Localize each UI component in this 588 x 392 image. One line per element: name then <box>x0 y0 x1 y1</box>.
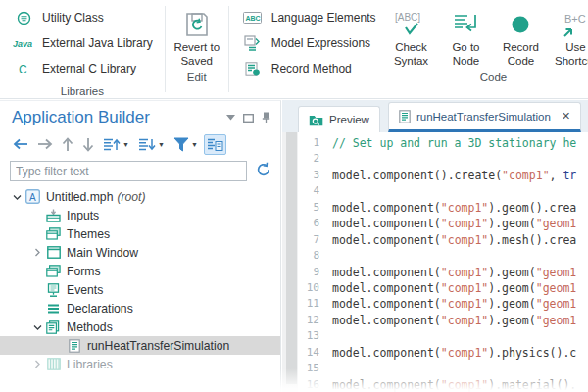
editor-scrollbar-thumb[interactable] <box>286 132 297 384</box>
model-expressions-button[interactable]: Model Expressions <box>233 30 384 56</box>
external-java-library-button[interactable]: JavaExternal Java Library <box>4 30 161 56</box>
arrow-left-icon <box>13 138 28 150</box>
tree-item-inputs[interactable]: Inputs <box>0 206 280 224</box>
declarations-icon <box>47 304 60 314</box>
svg-text:[ABC]: [ABC] <box>395 12 420 23</box>
language-elements-button[interactable]: ABCLanguage Elements <box>233 5 384 30</box>
code-token: model.component( <box>332 265 441 280</box>
editor-scrollbar[interactable] <box>282 132 298 392</box>
go-to-node-icon <box>452 12 479 37</box>
tab-preview[interactable]: Preview <box>298 106 380 132</box>
dropdown-caret-icon[interactable]: ▼ <box>122 141 129 148</box>
tab-runheattransfersimulation[interactable]: runHeatTransferSimulation✕ <box>388 102 581 132</box>
record-method-button[interactable]: Record Method <box>233 56 384 81</box>
edit-group-label: Edit <box>187 72 207 83</box>
tree-item-untitled-mph[interactable]: AUntitled.mph(root) <box>0 187 280 206</box>
float-window-icon[interactable] <box>243 114 254 122</box>
code-editor[interactable]: 1// Set up and run a 3D stationary he23m… <box>282 132 588 392</box>
collapse-up-button[interactable]: ▼ <box>100 134 132 155</box>
code-token: tr <box>563 168 576 183</box>
refresh-icon[interactable] <box>256 162 271 177</box>
ribbon-group-libraries: Utility ClassJavaExternal Java LibraryCE… <box>0 0 165 98</box>
panel-title: Application Builder <box>12 108 226 127</box>
arrow-down-button[interactable] <box>79 134 97 155</box>
close-icon[interactable]: ✕ <box>562 110 570 122</box>
code-token: ).geom( <box>488 216 535 231</box>
expand-down-icon <box>138 137 156 152</box>
arrow-right-button[interactable] <box>34 135 56 153</box>
code-token: model.component( <box>332 216 441 231</box>
code-line: 9model.component("comp1").geom("geom1 <box>298 265 588 280</box>
code-line: 8 <box>298 248 588 264</box>
revert-to-saved-button[interactable]: Revert to Saved <box>170 5 224 68</box>
utility-class-icon <box>17 11 31 25</box>
libraries-group-label: Libraries <box>61 85 104 97</box>
tree-item-label: Themes <box>67 227 110 241</box>
code-line: 6model.component("comp1").geom("geom1 <box>298 216 588 231</box>
code-line: 14model.component("comp1").physics().c <box>298 345 588 361</box>
tab-label: Preview <box>329 114 369 125</box>
model-expressions-icon <box>244 35 261 51</box>
button-label: Record Method <box>271 62 352 75</box>
chevron-collapsed-icon[interactable] <box>30 248 44 257</box>
show-all-icon <box>207 137 223 152</box>
button-label: External C Library <box>42 62 136 75</box>
ribbon-group-edit: Revert to Saved Edit <box>166 0 228 98</box>
button-label: Model Expressions <box>271 36 370 50</box>
tree-item-runheattransfersimulation[interactable]: runHeatTransferSimulation <box>0 336 280 355</box>
svg-text:B+C: B+C <box>564 13 586 24</box>
arrow-up-button[interactable] <box>59 134 76 155</box>
tree-item-forms[interactable]: Forms <box>0 262 280 280</box>
line-number: 5 <box>298 200 319 216</box>
use-shortcut-button[interactable]: B+CUse Shortcut <box>548 5 588 68</box>
code-token: model.component( <box>332 313 441 328</box>
inputs-icon <box>46 209 61 222</box>
filter-input[interactable] <box>10 161 247 181</box>
code-token: ).physics().c <box>488 345 576 361</box>
main-window-icon <box>47 246 61 259</box>
go-to-node-button[interactable]: Go to Node <box>438 5 493 68</box>
c-lang-icon: C <box>17 62 30 75</box>
code-token: model.component( <box>332 232 441 248</box>
chevron-expanded-icon[interactable] <box>10 193 24 201</box>
use-shortcut-icon: B+C <box>560 12 588 38</box>
method-doc-icon <box>399 110 411 123</box>
tree-item-libraries[interactable]: Libraries <box>0 355 280 373</box>
chevron-collapsed-icon[interactable] <box>30 360 44 368</box>
methods-icon <box>46 320 61 334</box>
check-syntax-button[interactable]: [ABC]Check Syntax <box>383 5 438 68</box>
code-token: "comp1" <box>441 313 488 328</box>
tree-item-themes[interactable]: Themes <box>0 224 280 243</box>
line-number: 6 <box>298 216 319 231</box>
chevron-expanded-icon[interactable] <box>30 323 44 331</box>
tree-item-label: Events <box>67 283 103 297</box>
code-line: 10model.component("comp1").geom("geom1 <box>298 280 588 296</box>
pin-icon[interactable] <box>262 112 270 124</box>
chevron-down-icon[interactable] <box>226 115 235 121</box>
tree-item-label: Declarations <box>67 302 133 316</box>
dropdown-caret-icon[interactable]: ▼ <box>191 141 198 148</box>
code-token: model.component( <box>332 280 441 296</box>
tree-item-declarations[interactable]: Declarations <box>0 299 280 318</box>
tree-item-methods[interactable]: Methods <box>0 318 280 336</box>
tree-item-main-window[interactable]: Main Window <box>0 243 280 262</box>
arrow-left-button[interactable] <box>10 135 31 153</box>
show-all-button[interactable] <box>204 134 226 155</box>
record-code-button[interactable]: Record Code <box>493 5 548 68</box>
code-group-label: Code <box>480 72 508 83</box>
model-tree: AUntitled.mph(root)InputsThemesMain Wind… <box>0 187 280 373</box>
line-number: 10 <box>298 280 319 296</box>
dropdown-caret-icon[interactable]: ▼ <box>158 141 165 148</box>
ribbon: Utility ClassJavaExternal Java LibraryCE… <box>0 0 588 99</box>
line-number: 13 <box>298 328 319 344</box>
code-editor-region: PreviewrunHeatTransferSimulation✕ 1// Se… <box>282 100 588 392</box>
record-method-icon <box>245 62 261 76</box>
filter-button[interactable]: ▼ <box>171 134 201 155</box>
tree-item-events[interactable]: Events <box>0 280 280 299</box>
tree-item-label: Untitled.mph <box>46 190 113 204</box>
utility-class-button[interactable]: Utility Class <box>4 5 161 30</box>
button-label: Revert to Saved <box>170 41 224 68</box>
expand-down-button[interactable]: ▼ <box>135 134 168 155</box>
button-label: Use Shortcut <box>548 41 588 68</box>
external-c-library-button[interactable]: CExternal C Library <box>4 56 161 81</box>
